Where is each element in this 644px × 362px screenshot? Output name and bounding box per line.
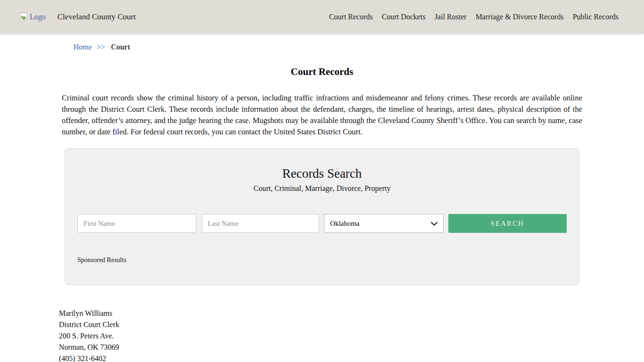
intro-paragraph: Criminal court records show the criminal… [62, 92, 582, 138]
footer-contact-block: Marilyn Williams District Court Clerk 20… [59, 308, 644, 362]
site-title: Cleveland County Court [58, 12, 136, 22]
records-search-title: Records Search [77, 166, 567, 181]
header: Logo Cleveland County Court Court Record… [0, 0, 644, 33]
breadcrumb-current: Court [111, 43, 130, 51]
logo-link[interactable]: Logo [19, 12, 46, 21]
nav-marriage-divorce-records[interactable]: Marriage & Divorce Records [476, 13, 564, 21]
search-form: Oklahoma SEARCH [77, 214, 567, 233]
broken-image-icon [19, 12, 28, 21]
records-search-subtitle: Court, Criminal, Marriage, Divorce, Prop… [77, 184, 567, 193]
main-nav: Court Records Court Dockets Jail Roster … [329, 13, 619, 21]
last-name-input[interactable] [202, 214, 320, 233]
footer-clerk-name: Marilyn Williams [59, 308, 644, 319]
nav-public-records[interactable]: Public Records [573, 13, 619, 21]
breadcrumb-separator: >> [97, 43, 105, 51]
search-button[interactable]: SEARCH [448, 214, 567, 233]
nav-court-dockets[interactable]: Court Dockets [382, 13, 426, 21]
records-search-panel: Records Search Court, Criminal, Marriage… [65, 148, 579, 285]
logo-alt-text: Logo [30, 13, 46, 21]
sponsored-results-label: Sponsored Results [77, 256, 567, 264]
breadcrumb: Home>>Court [74, 43, 644, 51]
page-title: Court Records [0, 66, 644, 78]
first-name-input[interactable] [77, 214, 196, 233]
breadcrumb-home-link[interactable]: Home [74, 43, 92, 51]
footer-clerk-title: District Court Clerk [59, 319, 644, 330]
footer-phone: (405) 321-6402 [59, 353, 644, 362]
nav-jail-roster[interactable]: Jail Roster [435, 13, 467, 21]
footer-address-street: 200 S. Peters Ave. [59, 330, 644, 342]
nav-court-records[interactable]: Court Records [329, 13, 373, 21]
state-select-wrap: Oklahoma [324, 214, 443, 233]
footer-address-city: Norman, OK 73069 [59, 342, 644, 353]
state-select[interactable]: Oklahoma [324, 214, 443, 233]
